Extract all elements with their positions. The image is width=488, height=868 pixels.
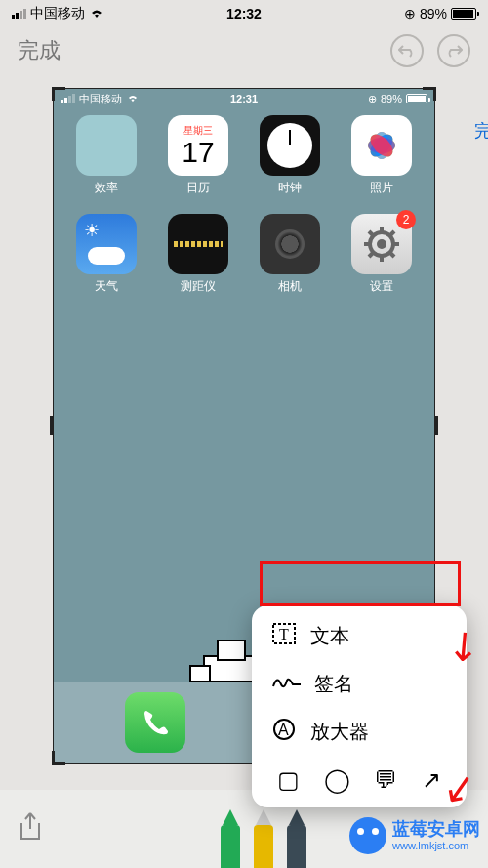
done-button[interactable]: 完成 xyxy=(18,36,61,65)
share-button[interactable] xyxy=(18,811,47,847)
signal-icon xyxy=(61,94,75,103)
app-phone[interactable] xyxy=(125,692,185,753)
app-measure[interactable]: 测距仪 xyxy=(156,214,240,295)
badge: 2 xyxy=(396,210,416,229)
battery-percent: 89% xyxy=(381,93,402,104)
battery-percent: 89% xyxy=(420,6,447,21)
pencil-tool[interactable] xyxy=(284,806,309,868)
highlighter-tool[interactable] xyxy=(251,806,276,868)
carrier-label: 中国移动 xyxy=(79,92,122,106)
pen-tool[interactable] xyxy=(218,806,243,868)
popover-label: 文本 xyxy=(310,623,349,649)
watermark-icon xyxy=(349,817,386,854)
app-grid: 效率 星期三 17 日历 时钟 xyxy=(53,109,435,295)
calendar-icon: 星期三 17 xyxy=(168,115,228,176)
peek-done-label: 完历 xyxy=(474,119,488,143)
measure-icon xyxy=(168,214,228,274)
app-weather[interactable]: 天气 xyxy=(64,214,148,295)
shape-speech[interactable]: 💬︎ xyxy=(374,766,397,794)
shape-circle[interactable]: ◯ xyxy=(324,766,350,794)
text-icon: T xyxy=(271,621,297,651)
battery-icon xyxy=(406,94,427,103)
orientation-lock-icon: ⊕ xyxy=(368,93,377,105)
watermark-url: www.lmkjst.com xyxy=(392,840,480,851)
clock-icon xyxy=(260,115,320,176)
folder-icon xyxy=(76,115,137,176)
app-label: 测距仪 xyxy=(181,278,216,295)
signal-icon xyxy=(12,9,26,19)
clock-label: 12:32 xyxy=(167,6,322,21)
camera-icon xyxy=(260,214,320,274)
app-label: 照片 xyxy=(370,180,393,196)
wifi-icon xyxy=(89,6,104,21)
svg-rect-19 xyxy=(190,666,210,682)
markup-toolbar: 完成 xyxy=(0,27,488,74)
popover-shapes-row: ▢ ◯ 💬︎ ↗ xyxy=(252,757,467,796)
app-calendar[interactable]: 星期三 17 日历 xyxy=(156,115,240,196)
svg-line-16 xyxy=(390,231,394,235)
signature-icon xyxy=(271,671,301,697)
svg-text:T: T xyxy=(279,626,289,642)
app-clock[interactable]: 时钟 xyxy=(248,115,332,196)
app-settings[interactable]: 2 设置 xyxy=(340,214,424,295)
svg-text:A: A xyxy=(278,722,289,738)
svg-line-14 xyxy=(369,231,373,235)
clock-label: 12:31 xyxy=(183,93,305,104)
photos-icon xyxy=(351,115,412,176)
app-camera[interactable]: 相机 xyxy=(248,214,332,295)
shape-square[interactable]: ▢ xyxy=(277,766,300,794)
outer-status-bar: 中国移动 12:32 ⊕ 89% xyxy=(0,0,488,27)
popover-text-option[interactable]: T 文本 xyxy=(252,611,467,661)
app-productivity[interactable]: 效率 xyxy=(64,115,148,196)
weather-icon xyxy=(76,214,137,274)
app-label: 相机 xyxy=(278,278,302,295)
popover-label: 签名 xyxy=(314,671,353,697)
wifi-icon xyxy=(126,93,140,104)
app-label: 设置 xyxy=(370,278,393,295)
svg-line-15 xyxy=(390,253,394,257)
magnifier-icon: A xyxy=(271,717,297,747)
svg-line-17 xyxy=(369,253,373,257)
svg-rect-20 xyxy=(218,641,245,660)
orientation-lock-icon: ⊕ xyxy=(404,6,416,21)
watermark: 蓝莓安卓网 www.lmkjst.com xyxy=(349,817,480,854)
add-shape-popover: T 文本 签名 A 放大器 ▢ ◯ 💬︎ ↗ xyxy=(252,605,467,807)
inner-status-bar: 中国移动 12:31 ⊕ 89% xyxy=(53,88,435,109)
app-label: 日历 xyxy=(186,180,210,196)
watermark-title: 蓝莓安卓网 xyxy=(392,820,480,840)
gear-icon: 2 xyxy=(351,214,412,274)
redo-button[interactable] xyxy=(437,34,470,67)
app-photos[interactable]: 照片 xyxy=(340,115,424,196)
popover-signature-option[interactable]: 签名 xyxy=(252,661,467,707)
carrier-label: 中国移动 xyxy=(30,5,85,22)
undo-button[interactable] xyxy=(390,34,424,67)
app-label: 天气 xyxy=(95,278,118,295)
app-label: 效率 xyxy=(95,180,118,196)
app-label: 时钟 xyxy=(278,180,302,196)
battery-icon xyxy=(451,8,476,20)
popover-label: 放大器 xyxy=(310,719,369,745)
svg-point-9 xyxy=(377,239,386,249)
popover-magnifier-option[interactable]: A 放大器 xyxy=(252,707,467,757)
